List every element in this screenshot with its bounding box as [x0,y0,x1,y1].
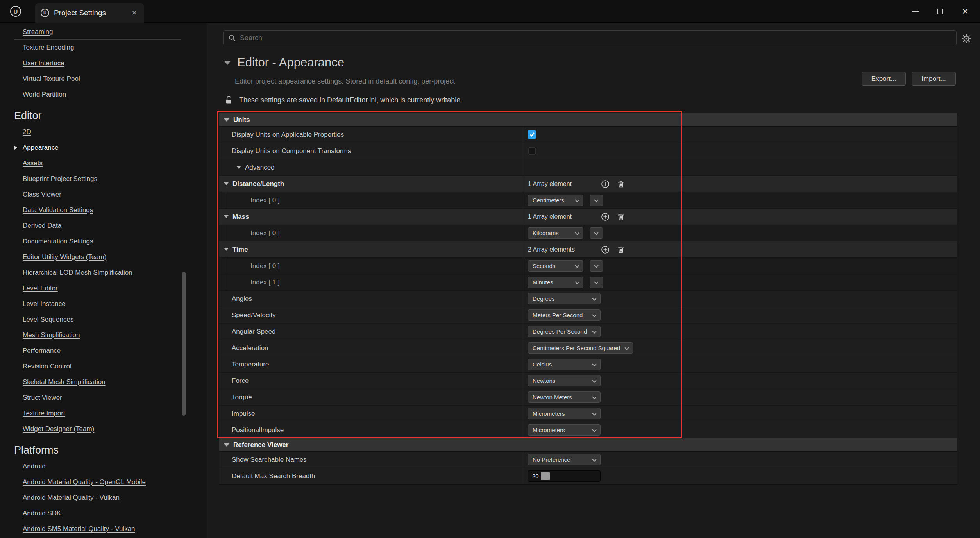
chevron-down-icon [592,457,596,461]
tab-project-settings[interactable]: U Project Settings × [35,3,144,23]
collapse-triangle-icon [236,166,241,169]
row-advanced[interactable]: Advanced [219,159,957,176]
display-units-component-checkbox[interactable] [528,147,536,155]
array-label: Mass [232,213,249,221]
setting-name-cell: Index [ 0 ] [219,225,524,241]
setting-label: Temperature [232,361,269,368]
sidebar-item-streaming[interactable]: Streaming [0,24,207,40]
dropdown-value: Meters Per Second [533,312,583,318]
search-input[interactable] [240,34,951,42]
sidebar-item-derived-data[interactable]: Derived Data [0,218,207,234]
dropdown-value: Degrees Per Second [533,328,587,335]
sidebar-scrollbar-thumb[interactable] [182,272,186,416]
sidebar-item-mesh-simplification[interactable]: Mesh Simplification [0,327,207,343]
sidebar-item-widget-designer[interactable]: Widget Designer (Team) [0,421,207,437]
delete-array-elements-button[interactable] [615,244,626,255]
minimize-button[interactable] [903,0,928,23]
sidebar-item-level-editor[interactable]: Level Editor [0,281,207,296]
impulse-dropdown[interactable]: Micrometers [528,408,601,419]
acceleration-dropdown[interactable]: Centimeters Per Second Squared [528,342,633,354]
number-slider-handle[interactable] [541,472,550,480]
settings-panel: Units Display Units on Applicable Proper… [219,113,957,485]
tab-close-icon[interactable]: × [130,9,138,17]
settings-gear-button[interactable] [960,32,973,45]
dropdown-value: Centimeters [533,197,564,204]
sidebar-item-blueprint-project-settings[interactable]: Blueprint Project Settings [0,171,207,187]
speed-velocity-dropdown[interactable]: Meters Per Second [528,309,601,321]
sidebar-item-assets[interactable]: Assets [0,156,207,171]
default-max-search-breadth-input[interactable]: 20 [528,470,601,482]
show-searchable-names-dropdown[interactable]: No Preference [528,454,601,465]
dropdown-value: Centimeters Per Second Squared [533,345,620,351]
angles-dropdown[interactable]: Degrees [528,293,601,304]
mass-unit-dropdown[interactable]: Kilograms [528,227,583,239]
sidebar-item-2d[interactable]: 2D [0,124,207,140]
setting-name-cell: Impulse [219,406,524,422]
display-units-applicable-checkbox[interactable] [528,130,536,139]
setting-name-cell: Time [219,241,524,257]
sidebar-item-performance[interactable]: Performance [0,343,207,359]
sidebar-header-editor: Editor [0,102,207,124]
export-button[interactable]: Export... [862,72,906,86]
distance-unit-dropdown[interactable]: Centimeters [528,195,583,206]
sidebar-item-virtual-texture-pool[interactable]: Virtual Texture Pool [0,71,207,87]
positional-impulse-dropdown[interactable]: Micrometers [528,424,601,436]
add-array-element-button[interactable] [600,244,611,255]
setting-value-cell [524,143,957,159]
sidebar-item-struct-viewer[interactable]: Struct Viewer [0,390,207,406]
row-display-units-applicable: Display Units on Applicable Properties [219,127,957,143]
setting-name-cell: Force [219,373,524,389]
sidebar-item-android-sm5-mq-vulkan[interactable]: Android SM5 Material Quality - Vulkan [0,521,207,537]
sidebar-item-class-viewer[interactable]: Class Viewer [0,187,207,202]
delete-array-elements-button[interactable] [615,179,626,189]
unlocked-padlock-icon [225,95,233,105]
sidebar-item-android-mq-opengl[interactable]: Android Material Quality - OpenGL Mobile [0,474,207,490]
sidebar-item-editor-utility-widgets[interactable]: Editor Utility Widgets (Team) [0,249,207,265]
sidebar-item-hierarchical-lod-mesh-simplification[interactable]: Hierarchical LOD Mesh Simplification [0,265,207,281]
element-options-dropdown[interactable] [590,260,603,272]
sidebar-item-level-instance[interactable]: Level Instance [0,296,207,312]
maximize-button[interactable] [928,0,953,23]
chevron-down-icon [625,345,629,350]
setting-name-cell: Mass [219,209,524,225]
sidebar-item-texture-import[interactable]: Texture Import [0,406,207,421]
add-array-element-button[interactable] [600,179,611,189]
sidebar-item-user-interface[interactable]: User Interface [0,55,207,71]
sidebar-item-level-sequences[interactable]: Level Sequences [0,312,207,327]
dropdown-value: Newton Meters [533,394,572,400]
temperature-dropdown[interactable]: Celsius [528,359,601,370]
sidebar-item-documentation-settings[interactable]: Documentation Settings [0,234,207,249]
element-options-dropdown[interactable] [590,195,603,206]
section-units[interactable]: Units [219,113,957,127]
sidebar-item-revision-control[interactable]: Revision Control [0,359,207,374]
setting-value-cell: Celsius [524,356,957,372]
torque-dropdown[interactable]: Newton Meters [528,391,601,403]
sidebar-item-appearance[interactable]: Appearance [0,140,207,156]
chevron-down-icon [592,427,596,432]
add-array-element-button[interactable] [600,211,611,222]
sidebar-item-android-sdk[interactable]: Android SDK [0,506,207,521]
sidebar-item-android[interactable]: Android [0,459,207,474]
setting-name-cell: Index [ 0 ] [219,192,524,208]
section-label: Units [233,116,250,124]
sidebar-item-android-mq-vulkan[interactable]: Android Material Quality - Vulkan [0,490,207,506]
sidebar-item-texture-encoding[interactable]: Texture Encoding [0,40,207,55]
force-dropdown[interactable]: Newtons [528,375,601,386]
close-button[interactable]: × [953,0,978,23]
time-unit-dropdown[interactable]: Minutes [528,277,583,288]
sidebar-item-skeletal-mesh-simplification[interactable]: Skeletal Mesh Simplification [0,374,207,390]
sidebar-item-world-partition[interactable]: World Partition [0,87,207,102]
section-reference-viewer[interactable]: Reference Viewer [219,438,957,452]
delete-array-elements-button[interactable] [615,211,626,222]
checkmark-icon [530,132,535,136]
collapse-page-triangle-icon[interactable] [224,61,231,65]
sidebar-item-data-validation-settings[interactable]: Data Validation Settings [0,202,207,218]
element-options-dropdown[interactable] [590,277,603,288]
plus-circle-icon [601,245,610,254]
setting-value-cell: Newtons [524,373,957,389]
angular-speed-dropdown[interactable]: Degrees Per Second [528,326,601,337]
import-button[interactable]: Import... [912,72,956,86]
element-options-dropdown[interactable] [590,227,603,239]
time-unit-dropdown[interactable]: Seconds [528,260,583,272]
page-title-row: Editor - Appearance [224,55,344,70]
